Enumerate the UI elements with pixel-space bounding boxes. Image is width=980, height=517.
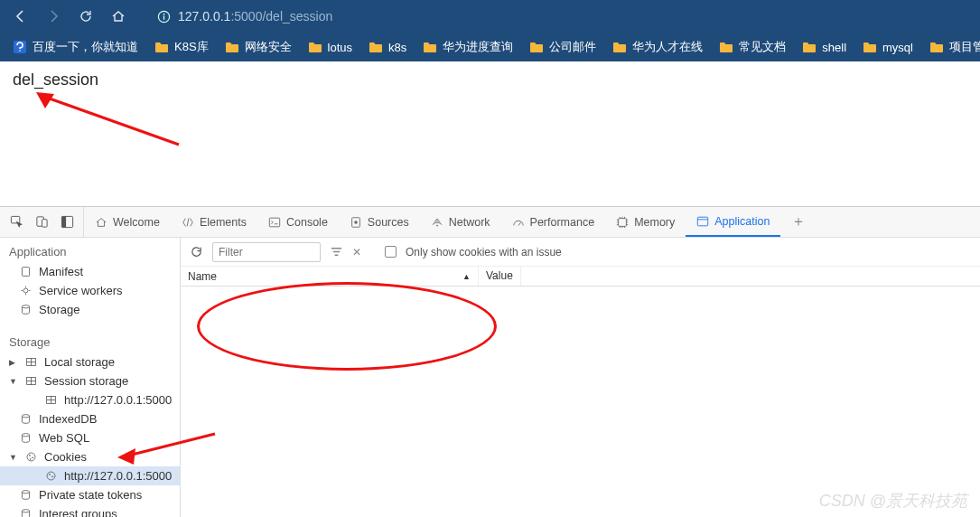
sidebar-manifest[interactable]: Manifest <box>0 262 180 281</box>
dock-icon[interactable] <box>56 212 78 233</box>
sidebar-session-origin[interactable]: http://127.0.0.1:5000 <box>0 390 180 409</box>
tab-console[interactable]: Console <box>257 207 339 237</box>
url-box[interactable]: 127.0.0.1:5000/del_session <box>148 9 916 24</box>
only-issue-checkbox[interactable] <box>385 246 397 258</box>
bookmark-item[interactable]: 华为人才在线 <box>607 34 708 60</box>
app-sidebar: Application Manifest Service workers Sto… <box>0 238 181 517</box>
cookies-toolbar: ✕ Only show cookies with an issue <box>181 238 980 267</box>
bookmarks-bar: 百度一下，你就知道K8S库网络安全lotusk8s华为进度查询公司邮件华为人才在… <box>0 33 980 61</box>
bookmark-item[interactable]: 网络安全 <box>219 34 297 60</box>
svg-rect-17 <box>698 217 708 226</box>
bookmark-item[interactable]: 华为进度查询 <box>417 34 518 60</box>
dock-controls <box>0 207 84 237</box>
svg-point-15 <box>436 224 438 226</box>
svg-point-33 <box>27 453 35 461</box>
browser-chrome: 127.0.0.1:5000/del_session 百度一下，你就知道K8S库… <box>0 0 980 61</box>
svg-point-34 <box>29 455 31 456</box>
bookmark-item[interactable]: lotus <box>303 34 358 60</box>
filter-icon[interactable] <box>330 245 343 258</box>
sidebar-cookies-origin[interactable]: http://127.0.0.1:5000 <box>0 466 180 485</box>
sidebar-cookies[interactable]: ▼Cookies <box>0 447 180 466</box>
bookmark-item[interactable]: shell <box>797 34 852 60</box>
sidebar-websql[interactable]: Web SQL <box>0 428 180 447</box>
refresh-button[interactable] <box>72 3 99 30</box>
svg-rect-16 <box>619 218 627 226</box>
url-host: 127.0.0.1 <box>178 9 230 24</box>
sidebar-indexeddb[interactable]: IndexedDB <box>0 409 180 428</box>
svg-point-35 <box>32 457 33 459</box>
inspect-icon[interactable] <box>5 212 27 233</box>
bookmark-item[interactable]: 百度一下，你就知道 <box>7 34 144 60</box>
tab-add[interactable]: ＋ <box>780 207 817 237</box>
svg-point-37 <box>47 472 55 480</box>
cookies-grid-empty <box>181 287 980 517</box>
svg-rect-2 <box>163 15 164 19</box>
annotation-arrow-1 <box>34 90 188 154</box>
svg-point-39 <box>51 476 53 478</box>
device-icon[interactable] <box>31 212 52 233</box>
clear-icon[interactable]: ✕ <box>352 246 361 258</box>
svg-point-40 <box>22 491 29 494</box>
filter-input[interactable] <box>212 242 321 262</box>
svg-marker-6 <box>36 92 54 108</box>
info-icon <box>157 10 171 24</box>
svg-point-1 <box>163 13 165 14</box>
svg-point-20 <box>23 288 28 293</box>
forward-button[interactable] <box>40 3 67 30</box>
tab-sources[interactable]: Sources <box>339 207 420 237</box>
sidebar-private-tokens[interactable]: Private state tokens <box>0 485 180 504</box>
tab-memory[interactable]: Memory <box>605 207 686 237</box>
sidebar-local-storage[interactable]: ▶Local storage <box>0 352 180 371</box>
sidebar-service-workers[interactable]: Service workers <box>0 281 180 300</box>
col-name[interactable]: Name▲ <box>181 267 479 286</box>
svg-line-5 <box>47 98 179 145</box>
cookies-columns: Name▲ Value <box>181 267 980 287</box>
address-bar-row: 127.0.0.1:5000/del_session <box>0 0 980 33</box>
svg-point-38 <box>49 474 51 475</box>
svg-rect-12 <box>269 218 279 227</box>
bookmark-item[interactable]: 公司邮件 <box>524 34 602 60</box>
sidebar-session-storage[interactable]: ▼Session storage <box>0 371 180 390</box>
bookmark-item[interactable]: K8S库 <box>149 34 214 60</box>
page-viewport: del_session <box>0 61 980 206</box>
col-value[interactable]: Value <box>479 267 521 286</box>
sidebar-header-application: Application <box>0 238 180 262</box>
svg-rect-11 <box>61 216 66 227</box>
svg-point-32 <box>22 434 29 437</box>
sidebar-storage[interactable]: Storage <box>0 300 180 319</box>
svg-point-14 <box>354 221 358 224</box>
svg-rect-9 <box>42 220 47 227</box>
devtools-panel: Welcome Elements Console Sources Network… <box>0 206 980 517</box>
sidebar-interest-groups[interactable]: Interest groups <box>0 504 180 517</box>
only-issue-label: Only show cookies with an issue <box>406 246 562 258</box>
tab-application[interactable]: Application <box>686 207 780 237</box>
url-path: :5000/del_session <box>230 9 332 24</box>
bookmark-item[interactable]: mysql <box>857 34 919 60</box>
home-button[interactable] <box>105 3 132 30</box>
sidebar-header-storage: Storage <box>0 328 180 352</box>
tab-welcome[interactable]: Welcome <box>84 207 171 237</box>
bookmark-item[interactable]: 常见文档 <box>714 34 791 60</box>
tab-performance[interactable]: Performance <box>501 207 606 237</box>
tab-network[interactable]: Network <box>420 207 501 237</box>
devtools-tabs: Welcome Elements Console Sources Network… <box>0 207 980 238</box>
bookmark-item[interactable]: 项目管理 <box>924 34 980 60</box>
svg-point-31 <box>22 415 29 418</box>
svg-rect-19 <box>22 268 29 277</box>
svg-rect-7 <box>11 216 19 223</box>
svg-point-41 <box>22 510 29 512</box>
refresh-icon[interactable] <box>190 245 203 258</box>
svg-point-21 <box>22 306 29 308</box>
page-body-text: del_session <box>13 70 98 89</box>
svg-point-4 <box>19 50 21 52</box>
tab-elements[interactable]: Elements <box>171 207 257 237</box>
bookmark-item[interactable]: k8s <box>363 34 412 60</box>
svg-point-36 <box>30 458 32 460</box>
cookies-pane: ✕ Only show cookies with an issue Name▲ … <box>181 238 980 517</box>
back-button[interactable] <box>7 3 34 30</box>
